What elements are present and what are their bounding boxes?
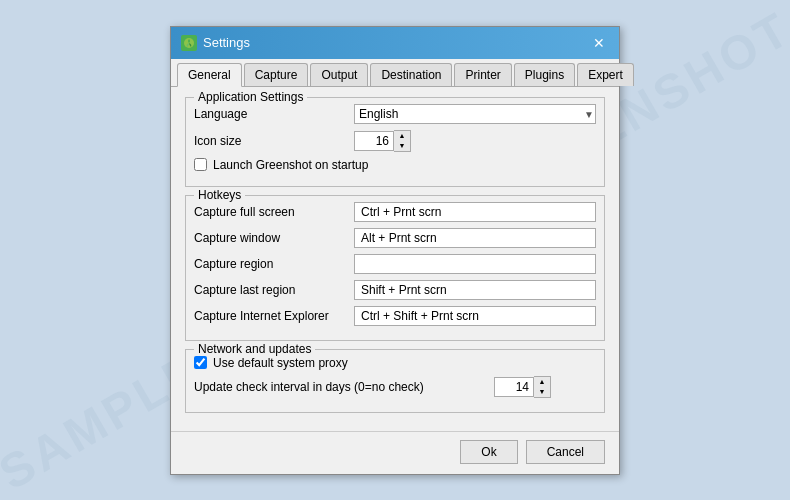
title-bar-left: Settings [181,35,250,51]
icon-size-label: Icon size [194,134,354,148]
capture-full-screen-label: Capture full screen [194,205,354,219]
tab-expert[interactable]: Expert [577,63,634,86]
proxy-checkbox[interactable] [194,356,207,369]
proxy-label: Use default system proxy [213,356,348,370]
launch-checkbox[interactable] [194,158,207,171]
proxy-checkbox-row: Use default system proxy [194,356,596,370]
language-select-wrapper: English Dutch German French Spanish ▼ [354,104,596,124]
capture-ie-label: Capture Internet Explorer [194,309,354,323]
tab-general[interactable]: General [177,63,242,87]
button-bar: Ok Cancel [171,431,619,474]
language-label: Language [194,107,354,121]
ok-button[interactable]: Ok [460,440,517,464]
tab-capture[interactable]: Capture [244,63,309,86]
capture-window-label: Capture window [194,231,354,245]
capture-full-screen-input[interactable] [354,202,596,222]
settings-dialog: Settings ✕ General Capture Output Destin… [170,26,620,475]
capture-last-region-label: Capture last region [194,283,354,297]
capture-window-input[interactable] [354,228,596,248]
network-title: Network and updates [194,342,315,356]
update-interval-spin-buttons: ▲ ▼ [534,376,551,398]
launch-label: Launch Greenshot on startup [213,158,368,172]
update-interval-down-button[interactable]: ▼ [534,387,550,397]
tab-output[interactable]: Output [310,63,368,86]
app-settings-section: Application Settings Language English Du… [185,97,605,187]
capture-region-label: Capture region [194,257,354,271]
language-row: Language English Dutch German French Spa… [194,104,596,124]
update-interval-label: Update check interval in days (0=no chec… [194,380,494,394]
icon-size-input[interactable]: 16 [354,131,394,151]
capture-ie-row: Capture Internet Explorer [194,306,596,326]
update-interval-input[interactable] [494,377,534,397]
capture-region-row: Capture region [194,254,596,274]
app-icon [181,35,197,51]
capture-ie-input[interactable] [354,306,596,326]
hotkeys-title: Hotkeys [194,188,245,202]
tab-plugins[interactable]: Plugins [514,63,575,86]
title-text: Settings [203,35,250,50]
cancel-button[interactable]: Cancel [526,440,605,464]
update-interval-row: Update check interval in days (0=no chec… [194,376,596,398]
capture-full-screen-row: Capture full screen [194,202,596,222]
content-area: Application Settings Language English Du… [171,87,619,431]
app-settings-title: Application Settings [194,90,307,104]
launch-checkbox-row: Launch Greenshot on startup [194,158,596,172]
capture-last-region-row: Capture last region [194,280,596,300]
icon-size-spinbox: 16 ▲ ▼ [354,130,411,152]
tab-bar: General Capture Output Destination Print… [171,59,619,87]
title-bar: Settings ✕ [171,27,619,59]
tab-destination[interactable]: Destination [370,63,452,86]
update-interval-up-button[interactable]: ▲ [534,377,550,387]
update-interval-spinbox: ▲ ▼ [494,376,551,398]
icon-size-up-button[interactable]: ▲ [394,131,410,141]
icon-size-row: Icon size 16 ▲ ▼ [194,130,596,152]
close-button[interactable]: ✕ [589,33,609,53]
capture-region-input[interactable] [354,254,596,274]
language-select[interactable]: English Dutch German French Spanish [354,104,596,124]
icon-size-down-button[interactable]: ▼ [394,141,410,151]
icon-size-spin-buttons: ▲ ▼ [394,130,411,152]
capture-last-region-input[interactable] [354,280,596,300]
tab-printer[interactable]: Printer [454,63,511,86]
capture-window-row: Capture window [194,228,596,248]
network-section: Network and updates Use default system p… [185,349,605,413]
hotkeys-section: Hotkeys Capture full screen Capture wind… [185,195,605,341]
